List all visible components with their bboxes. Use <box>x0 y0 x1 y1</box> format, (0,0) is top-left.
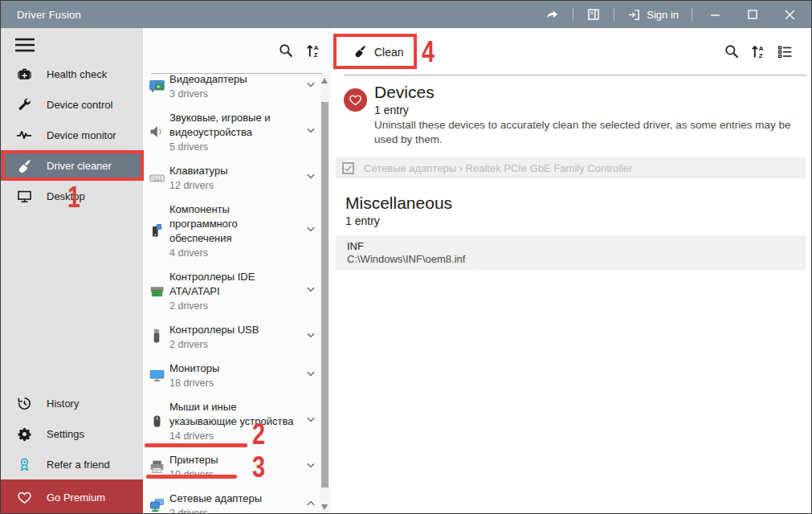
network-icon <box>148 496 165 514</box>
monitor-icon <box>148 366 165 384</box>
category-row-mice[interactable]: Мыши и иные указывающие устройства 14 dr… <box>143 396 323 446</box>
brush-icon <box>16 157 32 173</box>
sort-icon[interactable]: AZ <box>750 43 766 59</box>
speaker-icon <box>148 123 165 141</box>
brush-icon <box>353 44 367 60</box>
scrollbar-down-arrow[interactable] <box>321 504 328 510</box>
usb-icon <box>148 328 165 345</box>
window-title: Driver Fusion <box>17 9 81 21</box>
chevron-up-icon[interactable] <box>305 498 316 512</box>
software-icon <box>148 222 165 239</box>
search-icon[interactable] <box>278 43 294 59</box>
list-view-icon[interactable] <box>777 43 793 59</box>
device-entry-checkbox[interactable] <box>342 162 354 174</box>
chevron-down-icon[interactable] <box>305 124 316 139</box>
clean-button-label: Clean <box>374 46 404 59</box>
sidebar-item-label: Settings <box>47 428 84 440</box>
device-entry-label: Сетевые адаптеры › Realtek PCIe GbE Fami… <box>364 162 633 174</box>
category-row-usb-controllers[interactable]: Контроллеры USB 2 drivers <box>143 319 323 354</box>
category-row-video-adapters[interactable]: Видеоадаптеры 3 drivers <box>143 74 323 104</box>
app-window: Driver Fusion Sign in <box>0 0 812 514</box>
category-row-monitors[interactable]: Мониторы 18 drivers <box>143 357 323 393</box>
scrollbar[interactable] <box>320 75 329 513</box>
heart-icon <box>16 489 32 505</box>
scrollbar-up-arrow[interactable] <box>321 78 328 84</box>
category-row-sound-devices[interactable]: Звуковые, игровые и видеоустройства 5 dr… <box>143 107 323 157</box>
device-category-panel: AZ Видеоадаптеры 3 drivers Зву <box>143 28 333 514</box>
keyboard-icon <box>148 169 165 186</box>
sidebar-item-health-check[interactable]: Health check <box>1 59 143 89</box>
category-label: Контроллеры USB <box>169 324 259 336</box>
cleaner-panel: Clean AZ Devices 1 entry Uninstall these… <box>333 28 812 514</box>
award-icon <box>16 456 32 472</box>
clean-button[interactable]: Clean <box>341 38 417 67</box>
category-driver-count: 3 drivers <box>169 88 208 100</box>
maximize-button[interactable] <box>737 6 769 22</box>
category-row-network-adapters[interactable]: Сетевые адаптеры 2 drivers <box>143 487 323 514</box>
titlebar-separator <box>614 8 614 21</box>
category-label: Видеоадаптеры <box>169 74 247 85</box>
sidebar-item-label: Health check <box>47 68 107 80</box>
device-category-list: Видеоадаптеры 3 drivers Звуковые, игровы… <box>143 74 323 514</box>
category-label: Сетевые адаптеры <box>169 492 262 504</box>
chevron-down-icon[interactable] <box>305 170 316 185</box>
titlebar-separator <box>692 8 692 21</box>
sign-in-icon <box>627 8 641 22</box>
sidebar-item-device-monitor[interactable]: Device monitor <box>1 120 143 150</box>
sidebar-item-driver-cleaner[interactable]: Driver cleaner <box>1 150 143 181</box>
guide-book-icon[interactable] <box>580 4 607 25</box>
sidebar-item-label: Device control <box>47 99 112 111</box>
close-button[interactable] <box>773 6 800 23</box>
category-driver-count: 2 drivers <box>169 508 208 514</box>
chevron-down-icon[interactable] <box>305 414 316 428</box>
scrollbar-thumb[interactable] <box>321 102 328 487</box>
category-driver-count: 2 drivers <box>169 339 208 350</box>
devices-description: Uninstall these devices to accurately cl… <box>374 118 812 147</box>
share-icon[interactable] <box>539 4 566 25</box>
category-label: Компоненты программного обеспечения <box>169 203 238 244</box>
category-driver-count: 10 drivers <box>169 469 214 480</box>
sidebar-item-label: Device monitor <box>47 129 116 141</box>
sidebar: Health check Device control Device monit… <box>1 28 143 514</box>
inf-entry-title: INF <box>347 240 806 253</box>
sidebar-item-device-control[interactable]: Device control <box>1 89 143 120</box>
category-label: Мыши и иные указывающие устройства <box>169 401 293 427</box>
sidebar-item-go-premium[interactable]: Go Premium <box>1 479 143 514</box>
sign-in-button[interactable]: Sign in <box>621 5 685 25</box>
device-entry-row[interactable]: Сетевые адаптеры › Realtek PCIe GbE Fami… <box>336 157 806 178</box>
category-label: Контроллеры IDE ATA/ATAPI <box>169 271 255 297</box>
printer-icon <box>148 458 165 475</box>
miscellaneous-entry-count: 1 entry <box>345 214 452 227</box>
sidebar-item-refer-a-friend[interactable]: Refer a friend <box>1 449 143 479</box>
sidebar-item-history[interactable]: History <box>1 388 143 418</box>
category-driver-count: 14 drivers <box>169 430 214 442</box>
chevron-down-icon[interactable] <box>305 368 316 382</box>
category-row-ide-controllers[interactable]: Контроллеры IDE ATA/ATAPI 2 drivers <box>143 266 323 316</box>
category-driver-count: 18 drivers <box>169 377 214 389</box>
sidebar-item-label: Desktop <box>47 190 85 202</box>
chevron-down-icon[interactable] <box>305 223 316 238</box>
category-row-printers[interactable]: Принтеры 10 drivers <box>143 449 323 484</box>
sort-icon[interactable]: AZ <box>305 43 321 59</box>
sidebar-item-settings[interactable]: Settings <box>1 418 143 449</box>
search-icon[interactable] <box>724 43 740 59</box>
minimize-button[interactable] <box>699 6 732 23</box>
health-check-icon <box>16 66 32 82</box>
chevron-down-icon[interactable] <box>305 284 316 298</box>
titlebar: Driver Fusion Sign in <box>1 1 811 28</box>
category-row-keyboards[interactable]: Клавиатуры 12 drivers <box>143 160 323 195</box>
chevron-down-icon[interactable] <box>305 459 316 474</box>
category-driver-count: 4 drivers <box>169 247 208 259</box>
menu-icon[interactable] <box>14 37 35 53</box>
category-driver-count: 2 drivers <box>169 300 208 312</box>
sidebar-item-label: Driver cleaner <box>47 160 112 172</box>
chevron-down-icon[interactable] <box>305 329 316 344</box>
chevron-down-icon[interactable] <box>305 79 316 93</box>
mouse-icon <box>148 412 165 430</box>
category-row-software-components[interactable]: Компоненты программного обеспечения 4 dr… <box>143 198 323 263</box>
inf-entry-path: C:\Windows\INF\oem8.inf <box>347 253 806 266</box>
gear-icon <box>16 426 32 442</box>
category-label: Принтеры <box>169 454 218 466</box>
sidebar-item-desktop[interactable]: Desktop <box>1 181 143 211</box>
desktop-icon <box>16 188 32 204</box>
